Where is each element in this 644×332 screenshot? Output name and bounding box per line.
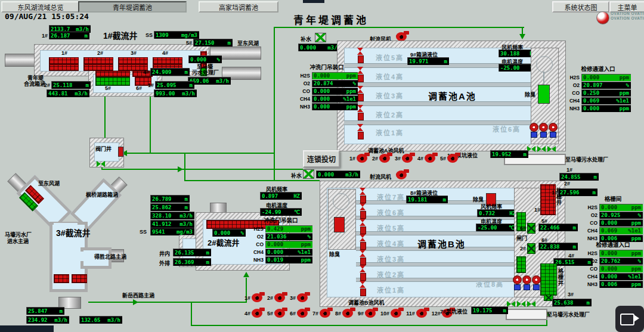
tab-qingnianti[interactable]: 青年堤调蓄池 [78,1,187,13]
valve-icon[interactable] [527,301,535,308]
fan-icon[interactable] [379,154,390,163]
valve-icon[interactable] [118,147,123,157]
system-status-button[interactable]: 系统状态图 [552,1,609,13]
deodor-unit-status[interactable] [334,217,345,232]
pump-icon[interactable] [539,123,548,132]
tab-gaojiadang[interactable]: 高家垱调蓄池 [199,1,278,13]
poolB-motor-temp2-readout: -25.00℃ [476,224,516,231]
branch-flow-readout: 41.912m3/h [150,220,194,228]
play-icon [634,315,639,322]
screen-grate-icon[interactable] [540,184,556,215]
fan-icon[interactable] [416,309,427,318]
sluice-gate-icon[interactable] [527,223,535,234]
lane-valve-gate[interactable] [358,75,364,82]
pump-icon[interactable] [530,123,538,132]
gas-value-box: 0.000ppm [312,103,358,110]
fan-icon[interactable] [274,309,285,318]
screen-grate-icon[interactable] [540,263,557,296]
deodor-label: 除臭 [329,250,340,258]
pump-status [514,284,521,290]
gate-icon[interactable] [49,57,79,64]
interlock-button[interactable]: 连锁投切 [303,150,340,167]
lane-valve-icon[interactable] [359,234,366,241]
lane-valve-icon[interactable] [357,48,364,55]
gate-icon[interactable] [153,57,182,64]
valve-icon[interactable] [517,301,525,308]
valve-icon[interactable] [537,146,546,153]
lane-valve-icon[interactable] [359,265,366,272]
fan-icon[interactable] [396,170,407,179]
lane-valve-gate[interactable] [360,211,366,219]
gate-icon[interactable] [83,64,113,71]
flow-line [88,302,247,303]
lane-valve-icon[interactable] [359,188,366,195]
lane-valve-gate[interactable] [358,132,364,139]
fan-icon[interactable] [396,32,407,41]
fan-icon[interactable] [274,293,285,302]
gate-icon[interactable] [95,71,130,77]
pump-icon[interactable] [549,123,558,132]
pump-icon[interactable] [522,275,531,284]
makeup-valve-icon[interactable] [303,169,314,179]
fan-icon[interactable] [447,154,458,163]
lane-valve-icon[interactable] [359,250,366,257]
lane-valve-gate[interactable] [358,113,364,120]
valve-icon[interactable] [97,161,105,167]
pump-icon[interactable] [513,275,522,284]
tab-basin-overview[interactable]: 东风湖流域总览 [1,1,80,13]
pump-status [533,284,540,290]
fan-label: 2# [372,156,378,162]
gas-row: O221.036% [249,233,312,240]
lane-valve-icon[interactable] [359,219,366,226]
level-indicator: 液位8高 [476,279,504,288]
lane-valve-icon[interactable] [359,203,366,210]
fan-icon[interactable] [297,309,308,318]
fan-icon[interactable] [365,309,376,318]
gas-name: CO [583,266,599,272]
fan-icon[interactable] [342,309,353,318]
gate-icon[interactable] [54,274,69,283]
fan-icon[interactable] [391,309,401,318]
flow-line [191,302,192,326]
fan-icon[interactable] [252,293,262,302]
fan-icon[interactable] [402,154,413,163]
lane-valve-gate[interactable] [358,94,364,101]
lane-valve-gate[interactable] [360,226,366,234]
xinyue-label: 新岳西路主涵 [122,291,154,299]
lane-valve-gate[interactable] [360,242,366,250]
gas-value-box: 0.000%1e1 [599,273,643,280]
gate-label: 2# [97,50,103,56]
lane-valve-gate[interactable] [360,257,366,265]
screen-grate-icon[interactable] [516,256,526,273]
sluice-gate-icon[interactable] [527,243,535,254]
valve-icon[interactable] [547,146,556,153]
fan-icon[interactable] [425,154,435,163]
gate-icon[interactable] [132,71,153,77]
gate-icon[interactable] [83,57,113,64]
pump-icon[interactable] [532,275,541,284]
valve-icon[interactable] [507,301,515,308]
fan-label: 10# [380,311,389,317]
fan-icon[interactable] [297,293,308,302]
fan-icon[interactable] [357,154,367,163]
gas-value-box: 0.000ppm [265,241,312,248]
lane-valve-gate[interactable] [360,288,366,296]
gate-icon[interactable] [118,57,148,64]
fan-icon[interactable] [252,309,262,318]
lane-valve-gate[interactable] [358,55,364,63]
fan-icon[interactable] [320,309,330,318]
deodor-unit-status[interactable] [538,85,550,104]
makeup-valve-icon[interactable] [315,33,326,42]
fan-label: 8# [335,311,341,317]
lane-valve-gate[interactable] [360,196,366,203]
gate-icon[interactable] [72,274,87,283]
gate-icon[interactable] [95,77,130,86]
gate-icon[interactable] [49,64,79,71]
lane-valve-icon[interactable] [357,124,364,131]
valve-icon[interactable] [527,146,535,153]
flow-arrow-icon [519,34,525,39]
gas-name: CO [565,90,581,96]
lane-valve-gate[interactable] [360,273,366,281]
lane-valve-icon[interactable] [359,281,366,288]
readout-tag: SS [140,229,147,235]
